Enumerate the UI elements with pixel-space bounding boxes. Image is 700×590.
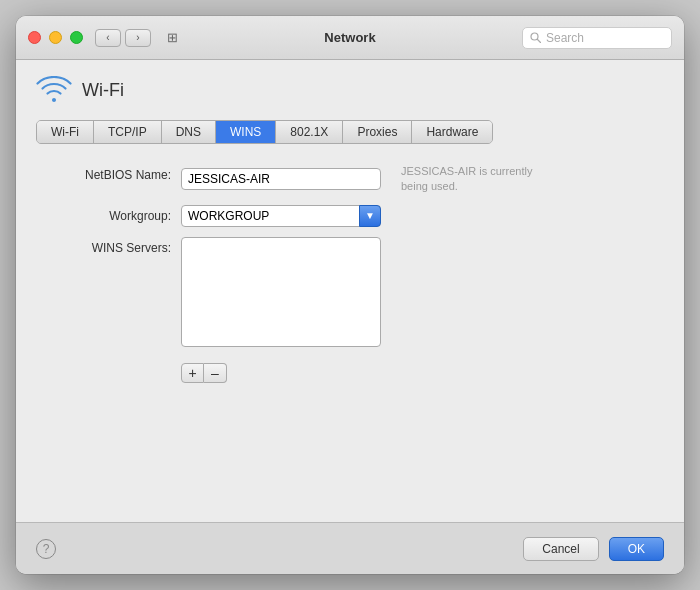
network-window: ‹ › ⊞ Network Search (16, 16, 684, 574)
wifi-label: Wi-Fi (82, 80, 124, 101)
tab-8021x[interactable]: 802.1X (276, 121, 343, 143)
help-button[interactable]: ? (36, 539, 56, 559)
wins-servers-label: WINS Servers: (36, 237, 181, 255)
form-area: NetBIOS Name: JESSICAS-AIR is currently … (36, 164, 664, 522)
bottom-bar: ? Cancel OK (16, 522, 684, 574)
tab-tcpip[interactable]: TCP/IP (94, 121, 162, 143)
workgroup-row: Workgroup: WORKGROUP ▼ (36, 205, 664, 227)
forward-button[interactable]: › (125, 29, 151, 47)
back-button[interactable]: ‹ (95, 29, 121, 47)
tab-wifi[interactable]: Wi-Fi (37, 121, 94, 143)
netbios-hint: JESSICAS-AIR is currently being used. (401, 164, 551, 195)
wifi-icon (36, 76, 72, 104)
nav-buttons: ‹ › (95, 29, 151, 47)
traffic-lights (28, 31, 83, 44)
workgroup-select[interactable]: WORKGROUP (181, 205, 381, 227)
workgroup-label: Workgroup: (36, 205, 181, 223)
search-placeholder: Search (546, 31, 584, 45)
svg-line-1 (538, 40, 541, 43)
maximize-button[interactable] (70, 31, 83, 44)
wifi-header: Wi-Fi (36, 76, 664, 104)
wins-servers-row: WINS Servers: (36, 237, 664, 347)
window-title: Network (324, 30, 375, 45)
remove-server-button[interactable]: – (204, 363, 227, 383)
netbios-input[interactable] (181, 168, 381, 190)
tab-proxies[interactable]: Proxies (343, 121, 412, 143)
tab-dns[interactable]: DNS (162, 121, 216, 143)
netbios-label: NetBIOS Name: (36, 164, 181, 182)
content-area: Wi-Fi Wi-Fi TCP/IP DNS WINS 802.1X Proxi… (16, 60, 684, 522)
add-server-button[interactable]: + (181, 363, 204, 383)
tabs-bar: Wi-Fi TCP/IP DNS WINS 802.1X Proxies Har… (36, 120, 493, 144)
grid-button[interactable]: ⊞ (159, 29, 185, 47)
svg-point-0 (531, 33, 538, 40)
search-icon (530, 32, 541, 43)
wins-servers-input[interactable] (181, 237, 381, 347)
tab-hardware[interactable]: Hardware (412, 121, 492, 143)
close-button[interactable] (28, 31, 41, 44)
workgroup-wrapper: WORKGROUP ▼ (181, 205, 381, 227)
minimize-button[interactable] (49, 31, 62, 44)
search-box[interactable]: Search (522, 27, 672, 49)
titlebar: ‹ › ⊞ Network Search (16, 16, 684, 60)
cancel-button[interactable]: Cancel (523, 537, 598, 561)
add-remove-buttons: + – (181, 363, 664, 383)
bottom-actions: Cancel OK (523, 537, 664, 561)
ok-button[interactable]: OK (609, 537, 664, 561)
netbios-row: NetBIOS Name: JESSICAS-AIR is currently … (36, 164, 664, 195)
tab-wins[interactable]: WINS (216, 121, 276, 143)
